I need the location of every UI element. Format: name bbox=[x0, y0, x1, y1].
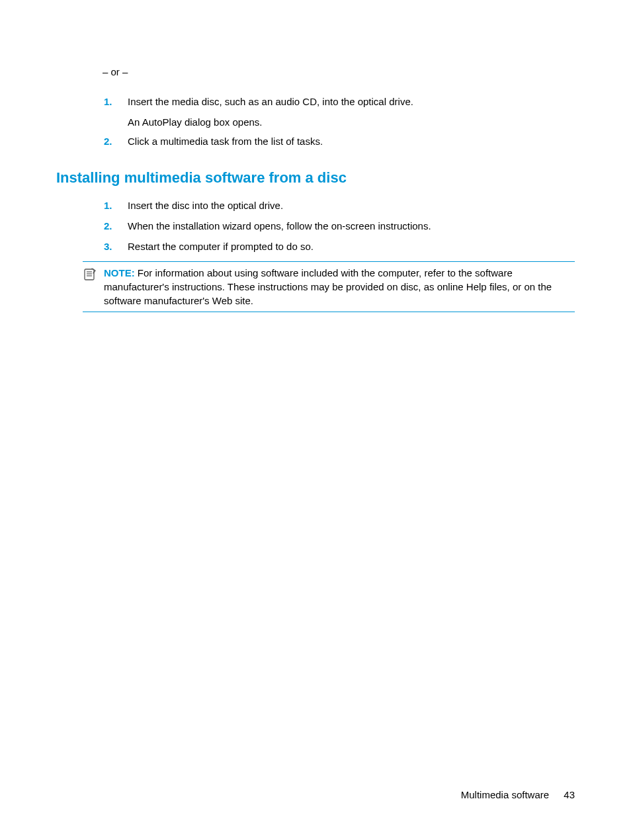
item-number: 1. bbox=[104, 200, 128, 211]
note-label: NOTE: bbox=[104, 267, 135, 278]
item-text: Restart the computer if prompted to do s… bbox=[128, 241, 575, 252]
svg-rect-0 bbox=[85, 269, 94, 280]
list-item: 1. Insert the disc into the optical driv… bbox=[104, 200, 575, 211]
list-item: 2. Click a multimedia task from the list… bbox=[104, 136, 575, 147]
page-footer: Multimedia software 43 bbox=[461, 789, 575, 800]
note-block: NOTE: For information about using softwa… bbox=[83, 261, 575, 312]
top-numbered-list-cont: 2. Click a multimedia task from the list… bbox=[104, 136, 575, 147]
item-text: When the installation wizard opens, foll… bbox=[128, 220, 575, 231]
note-text: For information about using software inc… bbox=[104, 267, 552, 306]
section-heading: Installing multimedia software from a di… bbox=[56, 169, 575, 187]
list-item: 2. When the installation wizard opens, f… bbox=[104, 220, 575, 231]
item-number: 1. bbox=[104, 96, 128, 107]
item-number: 2. bbox=[104, 220, 128, 231]
list-item: 1. Insert the media disc, such as an aud… bbox=[104, 96, 575, 107]
top-numbered-list: 1. Insert the media disc, such as an aud… bbox=[104, 96, 575, 107]
item-number: 2. bbox=[104, 136, 128, 147]
page-content: – or – 1. Insert the media disc, such as… bbox=[0, 0, 631, 312]
item-text: Insert the media disc, such as an audio … bbox=[128, 96, 575, 107]
or-separator: – or – bbox=[103, 66, 575, 77]
footer-page-number: 43 bbox=[564, 789, 575, 800]
section-numbered-list: 1. Insert the disc into the optical driv… bbox=[104, 200, 575, 252]
note-icon bbox=[83, 267, 97, 280]
item-text: Insert the disc into the optical drive. bbox=[128, 200, 575, 211]
item-subtext: An AutoPlay dialog box opens. bbox=[128, 116, 575, 128]
item-number: 3. bbox=[104, 241, 128, 252]
item-text: Click a multimedia task from the list of… bbox=[128, 136, 575, 147]
list-item: 3. Restart the computer if prompted to d… bbox=[104, 241, 575, 252]
footer-title: Multimedia software bbox=[461, 789, 549, 800]
note-content: NOTE: For information about using softwa… bbox=[104, 266, 575, 308]
